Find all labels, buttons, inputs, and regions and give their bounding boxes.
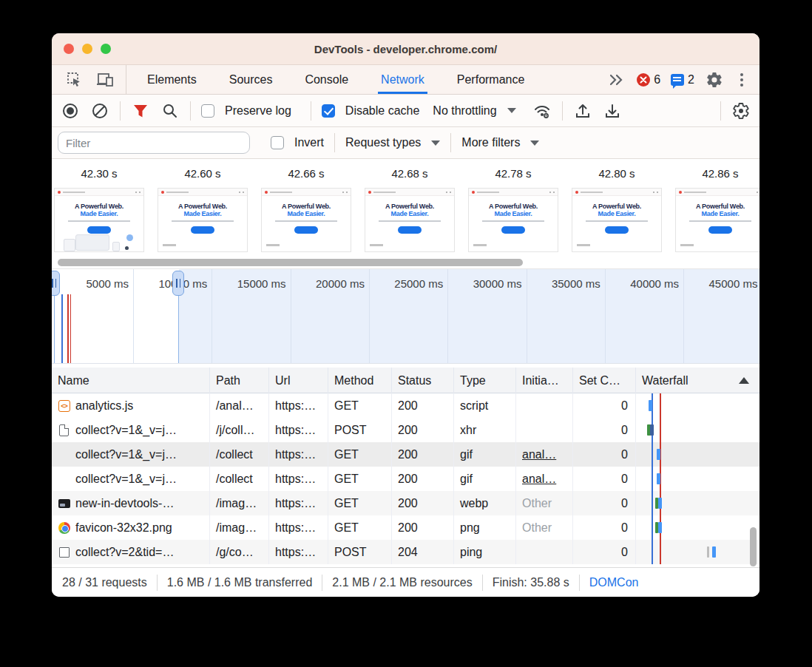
record-network-log-icon[interactable] <box>61 101 80 121</box>
tab-console[interactable]: Console <box>305 65 348 94</box>
request-name[interactable]: favicon-32x32.png <box>75 521 172 535</box>
request-types-dropdown[interactable]: Request types <box>345 136 440 149</box>
request-path: /j/coll… <box>210 418 269 442</box>
network-conditions-icon[interactable] <box>532 101 552 121</box>
vertical-scrollbar-thumb[interactable] <box>750 527 757 566</box>
filmstrip-frame[interactable]: 42.66 sA Powerful Web.Made Easier. <box>261 159 351 252</box>
disable-cache-checkbox[interactable] <box>322 104 335 118</box>
request-name[interactable]: collect?v=1&_v=j… <box>75 424 177 437</box>
timeline-gridline <box>369 269 370 363</box>
more-filters-dropdown[interactable]: More filters <box>461 136 539 149</box>
timeline-gridline <box>212 269 212 363</box>
column-header-method[interactable]: Method <box>328 368 392 393</box>
request-initiator[interactable]: anal… <box>522 448 556 461</box>
more-tabs-icon[interactable] <box>607 70 626 89</box>
timeline-gridline <box>291 269 291 363</box>
frame-timestamp: 42.60 s <box>184 167 220 181</box>
filmstrip-frame[interactable]: 42.80 sA Powerful Web.Made Easier. <box>572 159 662 252</box>
toggle-device-toolbar-icon[interactable] <box>96 70 115 89</box>
error-badge[interactable]: 6 <box>637 73 660 87</box>
request-status: 200 <box>392 442 454 467</box>
column-header-initiator[interactable]: Initia… <box>516 368 573 393</box>
filmstrip-frame[interactable]: 42.30 sA Powerful Web.Made Easier. <box>54 159 144 252</box>
preserve-log-label[interactable]: Preserve log <box>225 104 291 118</box>
clear-network-log-icon[interactable] <box>90 101 109 121</box>
column-header-type[interactable]: Type <box>454 368 516 393</box>
waterfall-cell[interactable] <box>636 491 759 515</box>
thumbnail-subheadline: Made Easier. <box>469 210 558 217</box>
chrome-favicon-icon <box>58 521 70 534</box>
request-name[interactable]: analytics.js <box>75 399 133 413</box>
column-header-set-cookies[interactable]: Set C… <box>573 368 636 393</box>
table-row[interactable]: new-in-devtools-…/imag…https:…GET200webp… <box>52 491 759 515</box>
column-header-name[interactable]: Name <box>52 368 210 393</box>
request-type: png <box>454 515 516 540</box>
filmstrip-frame[interactable]: 42.60 sA Powerful Web.Made Easier. <box>158 159 248 252</box>
request-set-cookies: 0 <box>573 515 636 540</box>
request-type: xhr <box>454 418 516 442</box>
preserve-log-checkbox[interactable] <box>201 104 214 118</box>
table-row[interactable]: collect?v=1&_v=j…/j/coll…https:…POST200x… <box>52 418 759 442</box>
throttling-dropdown[interactable]: No throttling <box>433 104 515 118</box>
filmstrip-frame[interactable]: 42.78 sA Powerful Web.Made Easier. <box>468 159 558 252</box>
tab-sources[interactable]: Sources <box>229 65 273 94</box>
timeline-overview[interactable]: 5000 ms10000 ms15000 ms20000 ms25000 ms3… <box>52 268 759 364</box>
tab-network[interactable]: Network <box>381 65 424 94</box>
tab-performance[interactable]: Performance <box>457 65 525 94</box>
issues-badge[interactable]: 2 <box>671 73 694 87</box>
tab-elements[interactable]: Elements <box>147 65 197 94</box>
frame-timestamp: 42.30 s <box>81 167 117 181</box>
waterfall-cell[interactable] <box>636 418 759 442</box>
waterfall-cell[interactable] <box>636 515 759 540</box>
request-url: https:… <box>269 418 328 442</box>
filter-icon[interactable] <box>131 101 150 121</box>
request-initiator[interactable]: anal… <box>522 473 556 486</box>
error-count: 6 <box>654 73 660 87</box>
column-header-path[interactable]: Path <box>210 368 269 393</box>
request-name[interactable]: collect?v=1&_v=j… <box>75 448 177 461</box>
request-set-cookies: 0 <box>573 540 636 564</box>
waterfall-cell[interactable] <box>636 540 759 564</box>
export-har-icon[interactable] <box>603 101 622 121</box>
table-row[interactable]: favicon-32x32.png/imag…https:…GET200pngO… <box>52 515 759 540</box>
filmstrip-frame[interactable]: 42.68 sA Powerful Web.Made Easier. <box>365 159 455 252</box>
filmstrip-frame[interactable]: 42.86 sA Powerful Web.Made Easier. <box>675 159 759 252</box>
inspect-element-icon[interactable] <box>65 70 84 89</box>
waterfall-bar <box>649 400 652 411</box>
timeline-gridline <box>527 269 527 363</box>
timeline-left-handle[interactable] <box>52 271 60 296</box>
search-icon[interactable] <box>160 101 180 121</box>
invert-checkbox[interactable] <box>271 136 284 149</box>
transferred-summary: 1.6 MB / 1.6 MB transferred <box>167 576 313 589</box>
column-header-waterfall[interactable]: Waterfall <box>636 368 759 393</box>
column-header-url[interactable]: Url <box>269 368 328 393</box>
table-row[interactable]: <>analytics.js/anal…https:…GET200script0 <box>52 393 759 418</box>
request-status: 204 <box>392 540 454 564</box>
timeline-right-handle[interactable] <box>172 271 184 296</box>
request-name[interactable]: collect?v=2&tid=… <box>75 546 174 559</box>
disable-cache-label[interactable]: Disable cache <box>345 104 420 118</box>
column-header-status[interactable]: Status <box>392 368 454 393</box>
waterfall-cell[interactable] <box>636 393 759 418</box>
filmstrip: 42.30 sA Powerful Web.Made Easier.42.60 … <box>52 159 759 257</box>
waterfall-cell[interactable] <box>636 442 759 467</box>
import-har-icon[interactable] <box>573 101 592 121</box>
customize-devtools-icon[interactable] <box>740 78 743 81</box>
request-name[interactable]: collect?v=1&_v=j… <box>75 473 177 486</box>
request-name[interactable]: new-in-devtools-… <box>75 497 174 510</box>
table-row[interactable]: collect?v=2&tid=…/g/co…https:…POST204pin… <box>52 540 759 564</box>
filter-input[interactable] <box>58 132 250 154</box>
invert-label[interactable]: Invert <box>294 136 324 149</box>
settings-gear-icon[interactable] <box>705 70 724 89</box>
thumbnail-headline: A Powerful Web. <box>365 203 454 210</box>
thumbnail-subheadline: Made Easier. <box>572 210 661 217</box>
thumbnail-subheadline: Made Easier. <box>676 210 759 217</box>
network-settings-gear-icon[interactable] <box>731 101 751 121</box>
table-row[interactable]: collect?v=1&_v=j…/collecthttps:…GET200gi… <box>52 442 759 467</box>
waterfall-bar <box>712 546 716 558</box>
waterfall-cell[interactable] <box>636 467 759 491</box>
frame-timestamp: 42.68 s <box>391 167 427 181</box>
table-row[interactable]: collect?v=1&_v=j…/collecthttps:…GET200gi… <box>52 467 759 491</box>
no-icon <box>58 473 70 485</box>
horizontal-scrollbar-thumb[interactable] <box>58 259 523 266</box>
